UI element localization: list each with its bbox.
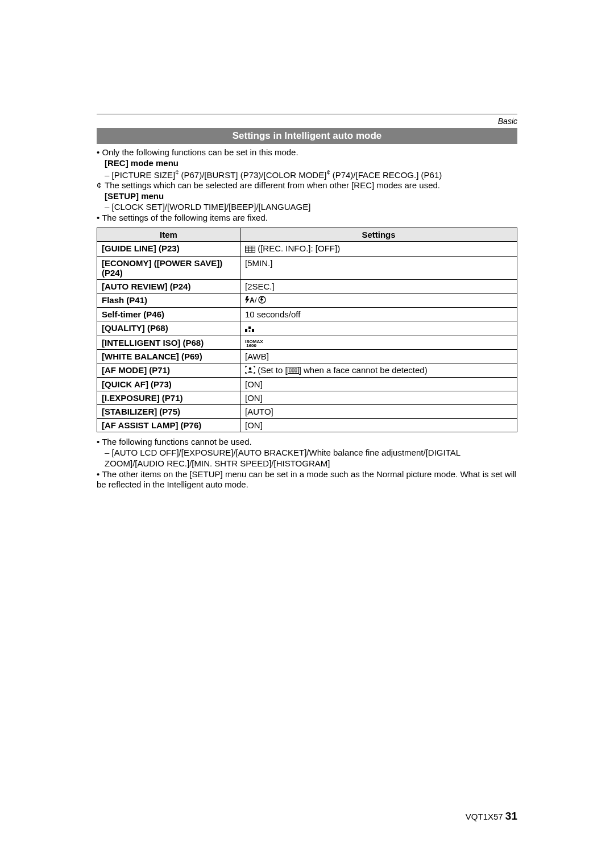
multi-area-icon: [288, 366, 299, 375]
svg-rect-10: [245, 329, 247, 332]
svg-rect-11: [248, 326, 251, 329]
cell-item: [QUALITY] (P68): [97, 321, 240, 336]
isomax-icon: ISOMAX 1600: [245, 340, 263, 348]
ref-mark-icon: ¢: [97, 180, 105, 191]
cell-text-suffix: ] when a face cannot be detected): [299, 365, 428, 375]
table-row: [WHITE BALANCE] (P69) [AWB]: [97, 349, 517, 363]
cell-item: [AF MODE] (P71): [97, 363, 240, 378]
intro-line: Only the following functions can be set …: [97, 147, 517, 158]
table-row: [AF ASSIST LAMP] (P76) [ON]: [97, 419, 517, 432]
cell-item: [ECONOMY] ([POWER SAVE]) (P24): [97, 256, 240, 279]
cell-item: Self-timer (P46): [97, 308, 240, 321]
table-row: [AUTO REVIEW] (P24) [2SEC.]: [97, 279, 517, 293]
face-detect-icon: [245, 366, 255, 375]
header-rule: [97, 114, 517, 114]
svg-marker-5: [245, 296, 250, 304]
cell-item: [INTELLIGENT ISO] (P68): [97, 336, 240, 349]
table-header-row: Item Settings: [97, 228, 517, 242]
cell-text: ([REC. INFO.]: [OFF]): [255, 243, 340, 253]
svg-point-14: [249, 367, 251, 370]
ref-note-text: The settings which can be selected are d…: [105, 180, 440, 190]
cell-setting: 10 seconds/off: [240, 308, 517, 321]
cell-setting: A /: [240, 293, 517, 308]
cell-item: [QUICK AF] (P73): [97, 378, 240, 391]
table-row: [STABILIZER] (P75) [AUTO]: [97, 405, 517, 419]
table-row: Self-timer (P46) 10 seconds/off: [97, 308, 517, 321]
grid-icon: [245, 245, 255, 254]
svg-marker-9: [260, 297, 264, 303]
settings-table: Item Settings [GUIDE LINE] (P23) ([REC. …: [97, 228, 517, 432]
flash-auto-icon: A /: [245, 296, 268, 305]
outro-block: The following functions cannot be used. …: [97, 437, 517, 490]
svg-text:/: /: [255, 296, 257, 304]
intro-block: Only the following functions can be set …: [97, 147, 517, 223]
cell-item: [I.EXPOSURE] (P71): [97, 391, 240, 405]
table-row: [I.EXPOSURE] (P71) [ON]: [97, 391, 517, 405]
cell-text-prefix: (Set to [: [255, 365, 288, 375]
cell-setting: [2SEC.]: [240, 279, 517, 293]
col-settings: Settings: [240, 228, 517, 242]
cell-item: [STABILIZER] (P75): [97, 405, 240, 419]
rec-items-part1: [PICTURE SIZE]: [112, 170, 176, 180]
page-footer: VQT1X57 31: [466, 810, 517, 822]
cell-setting: [ON]: [240, 391, 517, 405]
svg-rect-17: [292, 369, 294, 372]
table-row: [QUICK AF] (P73) [ON]: [97, 378, 517, 391]
setup-menu-label: [SETUP] menu: [97, 191, 517, 202]
cell-setting: [ON]: [240, 419, 517, 432]
rec-items-part3: (P74)/[FACE RECOG.] (P61): [330, 170, 442, 180]
svg-rect-16: [289, 369, 291, 372]
cell-setting: (Set to [ ] when a face cannot be detect…: [240, 363, 517, 378]
cell-setting: [5MIN.]: [240, 256, 517, 279]
rec-menu-items: [PICTURE SIZE]¢ (P67)/[BURST] (P73)/[COL…: [97, 169, 517, 181]
cell-item: [WHITE BALANCE] (P69): [97, 349, 240, 363]
rec-menu-label: [REC] mode menu: [97, 158, 517, 169]
section-category: Basic: [97, 117, 517, 126]
rec-items-part2: (P67)/[BURST] (P73)/[COLOR MODE]: [179, 170, 326, 180]
cell-item: Flash (P41): [97, 293, 240, 308]
cell-setting: ISOMAX 1600: [240, 336, 517, 349]
svg-rect-13: [252, 329, 254, 332]
cell-setting: [240, 321, 517, 336]
svg-rect-18: [295, 369, 297, 372]
cell-setting: [AWB]: [240, 349, 517, 363]
table-row: [QUALITY] (P68): [97, 321, 517, 336]
outro-line2: The other items on the [SETUP] menu can …: [97, 469, 517, 491]
svg-rect-0: [246, 246, 255, 252]
col-item: Item: [97, 228, 240, 242]
page: Basic Settings in Intelligent auto mode …: [0, 0, 614, 868]
fixed-note: The settings of the following items are …: [97, 213, 517, 224]
svg-point-12: [249, 330, 251, 332]
svg-text:A: A: [250, 296, 255, 304]
doc-id: VQT1X57: [466, 812, 503, 821]
table-row: [AF MODE] (P71) (Set to [: [97, 363, 517, 378]
outro-dash1: [AUTO LCD OFF]/[EXPOSURE]/[AUTO BRACKET]…: [97, 448, 517, 469]
table-row: [GUIDE LINE] (P23) ([REC. INFO.]: [OFF]): [97, 242, 517, 257]
table-row: Flash (P41) A /: [97, 293, 517, 308]
table-row: [INTELLIGENT ISO] (P68) ISOMAX 1600: [97, 336, 517, 349]
cell-setting: ([REC. INFO.]: [OFF]): [240, 242, 517, 257]
quality-fine-icon: [245, 324, 256, 334]
cell-item: [AF ASSIST LAMP] (P76): [97, 419, 240, 432]
ref-note: ¢The settings which can be selected are …: [97, 180, 517, 191]
setup-menu-items: [CLOCK SET]/[WORLD TIME]/[BEEP]/[LANGUAG…: [97, 202, 517, 213]
cell-item: [GUIDE LINE] (P23): [97, 242, 240, 257]
outro-line1: The following functions cannot be used.: [97, 437, 517, 448]
cell-setting: [AUTO]: [240, 405, 517, 419]
cell-setting: [ON]: [240, 378, 517, 391]
section-title: Settings in Intelligent auto mode: [97, 128, 517, 144]
page-number: 31: [505, 810, 517, 822]
cell-item: [AUTO REVIEW] (P24): [97, 279, 240, 293]
table-row: [ECONOMY] ([POWER SAVE]) (P24) [5MIN.]: [97, 256, 517, 279]
